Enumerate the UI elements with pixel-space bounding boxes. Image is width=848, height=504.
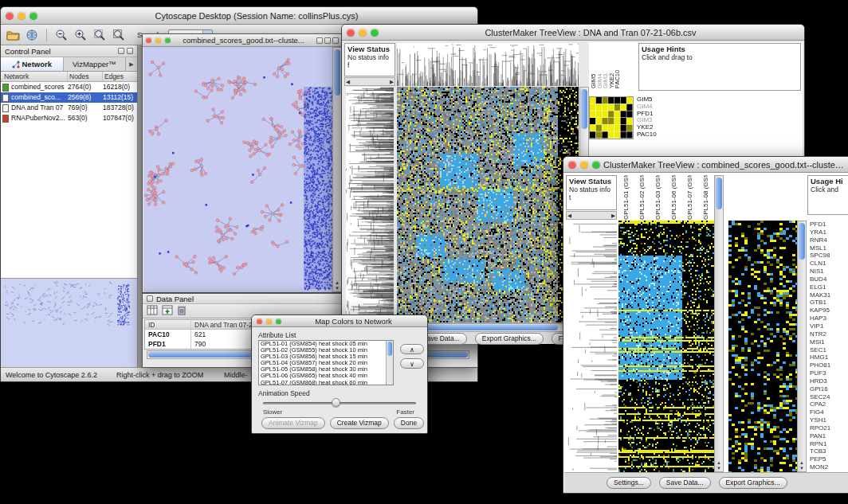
row-dendro-h-scrollbar[interactable]: ◀ ▶ — [566, 211, 617, 220]
scroll-right-icon[interactable]: ▶ — [611, 213, 615, 219]
minimize-icon[interactable] — [18, 12, 26, 20]
treeview-button[interactable]: Save Data... — [659, 477, 711, 489]
heatmap-canvas[interactable] — [618, 221, 714, 472]
secondary-heatmap-canvas[interactable] — [728, 221, 797, 472]
treeview2-titlebar[interactable]: ClusterMaker TreeView : combined_scores_… — [563, 157, 848, 173]
open-folder-icon[interactable] — [6, 28, 20, 42]
scroll-thumb[interactable] — [716, 178, 722, 209]
gene-label[interactable]: CPA2 — [808, 400, 848, 408]
list-v-scrollbar[interactable] — [386, 341, 393, 385]
tab-network[interactable]: Network — [1, 57, 64, 71]
gene-label[interactable]: MON2 — [808, 463, 848, 471]
zoom-window-icon[interactable] — [29, 12, 37, 20]
scroll-arrows[interactable]: ▲▼ — [715, 460, 723, 471]
zoom-window-icon[interactable] — [371, 29, 379, 37]
speed-slider-thumb[interactable] — [332, 398, 340, 407]
tab-vizmapper[interactable]: VizMapper™ — [64, 57, 127, 71]
scroll-left-icon[interactable]: ◀ — [567, 213, 571, 219]
gene-label[interactable]: VIP1 — [808, 322, 848, 330]
gene-label[interactable]: GTB1 — [808, 299, 848, 307]
minimize-icon[interactable] — [580, 161, 588, 169]
minimize-frame-icon[interactable] — [316, 37, 323, 44]
gene-label[interactable]: RPN1 — [808, 440, 848, 448]
treeview1-titlebar[interactable]: ClusterMaker TreeView : DNA and Tran 07-… — [342, 25, 804, 41]
create-attribute-icon[interactable] — [162, 304, 173, 318]
move-up-button[interactable]: ∧ — [400, 344, 424, 354]
gene-label[interactable]: ELG1 — [808, 283, 848, 291]
zoom-window-icon[interactable] — [165, 37, 171, 43]
gene-label[interactable]: PAN1 — [808, 432, 848, 440]
gene-label[interactable]: RPO21 — [808, 424, 848, 432]
gene-label[interactable]: GPI16 — [808, 385, 848, 393]
attribute-item[interactable]: GPL51-07 (GSM868) heat shock 60 min — [259, 380, 393, 385]
birds-eye-canvas[interactable] — [1, 279, 136, 367]
float-panel-icon[interactable] — [147, 295, 153, 302]
col-network[interactable]: Network — [1, 72, 68, 81]
network-list-row[interactable]: DNA and Tran 07 769(0) 183728(0) — [1, 103, 137, 113]
gene-label[interactable]: RNR4 — [808, 236, 848, 244]
gene-label[interactable]: SEC24 — [808, 393, 848, 401]
column-dendrogram[interactable] — [397, 43, 579, 86]
gene-label[interactable]: TCB3 — [808, 447, 848, 455]
select-attributes-icon[interactable] — [147, 304, 158, 318]
maximize-frame-icon[interactable] — [324, 37, 331, 44]
close-icon[interactable] — [568, 161, 576, 169]
network-graph-canvas[interactable] — [143, 47, 333, 292]
col-nodes[interactable]: Nodes — [68, 72, 103, 81]
gene-label[interactable]: PFD1 — [808, 221, 848, 229]
zoom-out-icon[interactable] — [54, 28, 69, 42]
gene-label[interactable]: MAK31 — [808, 291, 848, 299]
import-network-icon[interactable] — [25, 28, 39, 42]
attribute-listbox[interactable]: GPL51-01 (GSM854) heat shock 05 min GPL5… — [258, 340, 394, 385]
network-list-row[interactable]: combined_scores 2764(0) 16218(0) — [1, 82, 137, 92]
main-titlebar[interactable]: Cytoscape Desktop (Session Name: collins… — [1, 7, 477, 25]
gene-label[interactable]: SPC98 — [808, 252, 848, 260]
zoom-in-icon[interactable] — [73, 28, 88, 42]
close-frame-icon[interactable] — [332, 37, 339, 44]
row-dendrogram[interactable] — [346, 87, 394, 327]
heatmap-canvas[interactable] — [397, 87, 579, 322]
col-edges[interactable]: Edges — [103, 72, 137, 81]
scroll-thumb[interactable] — [799, 223, 805, 260]
zoom-fit-icon[interactable] — [92, 28, 107, 42]
close-icon[interactable] — [347, 29, 355, 37]
gene-label[interactable]: NTR2 — [808, 330, 848, 338]
gene-label[interactable]: YSH1 — [808, 416, 848, 424]
scroll-left-icon[interactable]: ◀ — [346, 79, 350, 85]
treeview-button[interactable]: Export Graphics... — [475, 333, 544, 345]
minimize-icon[interactable] — [359, 29, 367, 37]
float-panel-icon[interactable] — [118, 48, 124, 54]
dialog-titlebar[interactable]: Map Colors to Network — [252, 315, 427, 327]
scroll-thumb[interactable] — [387, 342, 392, 356]
zoom-selected-icon[interactable] — [112, 28, 126, 42]
col-id[interactable]: ID — [145, 320, 191, 329]
close-panel-icon[interactable] — [127, 48, 133, 54]
dialog-button[interactable]: Animate Vizmap — [261, 417, 325, 429]
scroll-arrows[interactable]: ▲▼ — [798, 460, 806, 471]
gene-label[interactable]: HAP3 — [808, 315, 848, 322]
zoom-window-icon[interactable] — [592, 161, 600, 169]
zoom-window-icon[interactable] — [276, 318, 281, 324]
treeview-button[interactable]: Export Graphics... — [719, 477, 787, 489]
row-dendrogram[interactable] — [567, 221, 617, 471]
gene-label[interactable]: YRA1 — [808, 229, 848, 236]
gene-label[interactable]: FIG4 — [808, 408, 848, 416]
gene-label[interactable]: KAP95 — [808, 307, 848, 315]
delete-attribute-icon[interactable] — [177, 304, 186, 318]
heatmap-v-scrollbar[interactable]: ▲▼ — [714, 175, 724, 472]
tab-overflow-icon[interactable]: ▶ — [126, 57, 137, 71]
treeview-button[interactable]: Settings... — [607, 477, 651, 489]
dialog-button[interactable]: Create Vizmap — [330, 417, 389, 429]
birds-eye-view[interactable] — [1, 278, 137, 367]
selection-mini-heatmap[interactable] — [589, 96, 634, 139]
move-down-button[interactable]: ∨ — [400, 358, 424, 369]
gene-label[interactable]: NIS1 — [808, 268, 848, 275]
scroll-thumb[interactable] — [581, 89, 587, 129]
close-icon[interactable] — [257, 318, 262, 324]
scroll-arrows[interactable]: ▲▼ — [333, 280, 341, 291]
network-list-row[interactable]: combined_sco... 2569(8) 13112(15) — [1, 92, 137, 103]
scroll-thumb[interactable] — [334, 49, 340, 96]
gene-label[interactable]: MSI1 — [808, 338, 848, 346]
dialog-button[interactable]: Done — [394, 417, 424, 429]
secondary-v-scrollbar[interactable]: ▲▼ — [797, 221, 807, 472]
